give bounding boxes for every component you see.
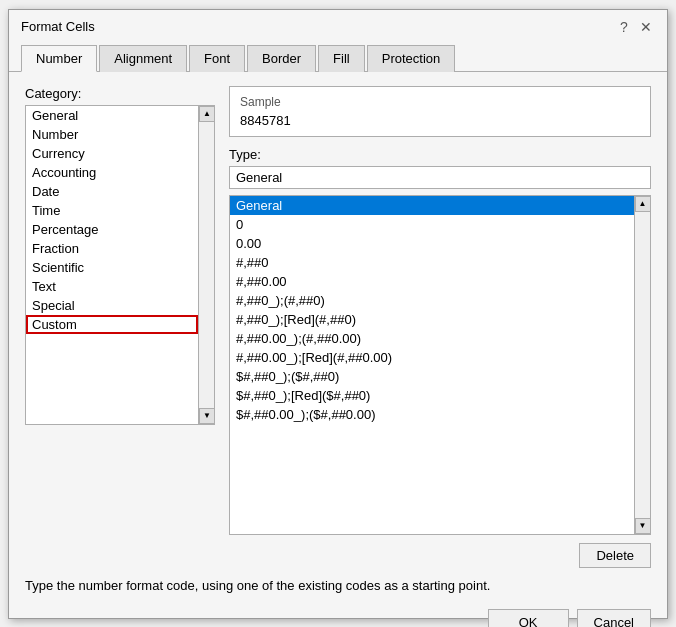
help-button[interactable]: ? bbox=[615, 18, 633, 36]
cat-item-date[interactable]: Date bbox=[26, 182, 198, 201]
format-item-1[interactable]: #,##0_);(#,##0) bbox=[230, 291, 634, 310]
format-item-0[interactable]: 0 bbox=[230, 215, 634, 234]
cat-item-accounting[interactable]: Accounting bbox=[26, 163, 198, 182]
format-item-hash-0[interactable]: #,##0 bbox=[230, 253, 634, 272]
dialog-title: Format Cells bbox=[21, 19, 95, 34]
cat-item-custom[interactable]: Custom bbox=[26, 315, 198, 334]
dialog-body: Category: General Number Currency Accoun… bbox=[9, 72, 667, 628]
scroll-track bbox=[199, 122, 214, 408]
hint-text: Type the number format code, using one o… bbox=[25, 578, 651, 593]
format-item-hash-0-00[interactable]: #,##0.00 bbox=[230, 272, 634, 291]
scroll-down-arrow[interactable]: ▼ bbox=[199, 408, 215, 424]
tab-font[interactable]: Font bbox=[189, 45, 245, 72]
cat-item-special[interactable]: Special bbox=[26, 296, 198, 315]
format-list-scrollbar: ▲ ▼ bbox=[634, 196, 650, 534]
button-row: OK Cancel bbox=[25, 601, 651, 628]
tab-alignment[interactable]: Alignment bbox=[99, 45, 187, 72]
cat-item-currency[interactable]: Currency bbox=[26, 144, 198, 163]
tab-border[interactable]: Border bbox=[247, 45, 316, 72]
category-scrollbar: ▲ ▼ bbox=[198, 106, 214, 424]
format-item-3[interactable]: #,##0.00_);(#,##0.00) bbox=[230, 329, 634, 348]
title-bar-controls: ? ✕ bbox=[615, 18, 655, 36]
title-bar: Format Cells ? ✕ bbox=[9, 10, 667, 36]
format-item-4[interactable]: #,##0.00_);[Red](#,##0.00) bbox=[230, 348, 634, 367]
tab-bar: Number Alignment Font Border Fill Protec… bbox=[9, 36, 667, 72]
type-label: Type: bbox=[229, 147, 651, 162]
format-item-6[interactable]: $#,##0_);[Red]($#,##0) bbox=[230, 386, 634, 405]
tab-protection[interactable]: Protection bbox=[367, 45, 456, 72]
cat-item-general[interactable]: General bbox=[26, 106, 198, 125]
format-item-7[interactable]: $#,##0.00_);($#,##0.00) bbox=[230, 405, 634, 424]
format-list-container: General 0 0.00 #,##0 #,##0.00 #,##0_);(#… bbox=[229, 195, 651, 535]
cat-item-time[interactable]: Time bbox=[26, 201, 198, 220]
format-item-5[interactable]: $#,##0_);($#,##0) bbox=[230, 367, 634, 386]
format-cells-dialog: Format Cells ? ✕ Number Alignment Font B… bbox=[8, 9, 668, 619]
main-row: Category: General Number Currency Accoun… bbox=[25, 86, 651, 568]
cancel-button[interactable]: Cancel bbox=[577, 609, 651, 628]
sample-value: 8845781 bbox=[240, 113, 640, 128]
sample-section: Sample 8845781 bbox=[229, 86, 651, 137]
scroll-up-arrow[interactable]: ▲ bbox=[199, 106, 215, 122]
tab-fill[interactable]: Fill bbox=[318, 45, 365, 72]
cat-item-scientific[interactable]: Scientific bbox=[26, 258, 198, 277]
format-item-general[interactable]: General bbox=[230, 196, 634, 215]
cat-item-fraction[interactable]: Fraction bbox=[26, 239, 198, 258]
right-panel: Sample 8845781 Type: General 0 0.00 #,##… bbox=[229, 86, 651, 568]
cat-item-percentage[interactable]: Percentage bbox=[26, 220, 198, 239]
category-label: Category: bbox=[25, 86, 215, 101]
format-item-0-00[interactable]: 0.00 bbox=[230, 234, 634, 253]
cat-item-text[interactable]: Text bbox=[26, 277, 198, 296]
left-panel: Category: General Number Currency Accoun… bbox=[25, 86, 215, 568]
format-item-2[interactable]: #,##0_);[Red](#,##0) bbox=[230, 310, 634, 329]
type-input[interactable] bbox=[229, 166, 651, 189]
cat-item-number[interactable]: Number bbox=[26, 125, 198, 144]
format-list-items: General 0 0.00 #,##0 #,##0.00 #,##0_);(#… bbox=[230, 196, 634, 534]
sample-label: Sample bbox=[240, 95, 640, 109]
category-items: General Number Currency Accounting Date … bbox=[26, 106, 198, 424]
delete-button[interactable]: Delete bbox=[579, 543, 651, 568]
category-container: General Number Currency Accounting Date … bbox=[25, 105, 215, 425]
delete-row: Delete bbox=[229, 543, 651, 568]
tab-number[interactable]: Number bbox=[21, 45, 97, 72]
format-scroll-down[interactable]: ▼ bbox=[635, 518, 651, 534]
ok-button[interactable]: OK bbox=[488, 609, 569, 628]
close-button[interactable]: ✕ bbox=[637, 18, 655, 36]
format-scroll-up[interactable]: ▲ bbox=[635, 196, 651, 212]
